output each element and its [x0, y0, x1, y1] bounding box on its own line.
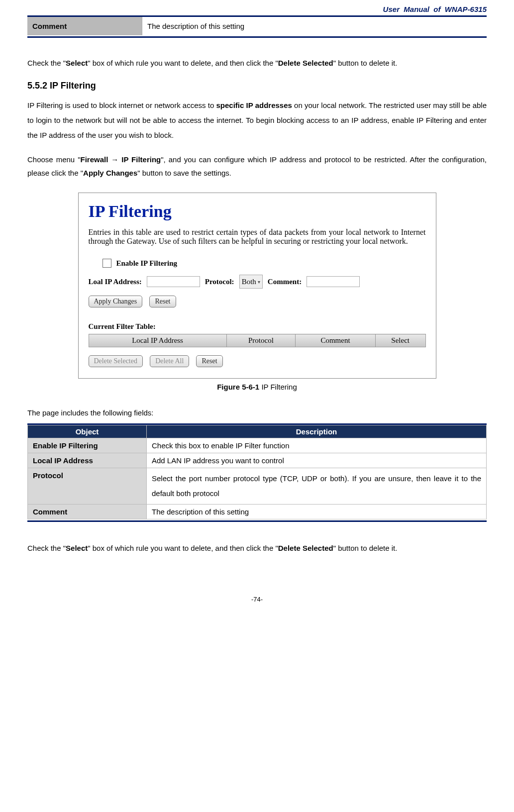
text: " button to save the settings. — [137, 169, 231, 177]
text: Check the " — [27, 544, 66, 552]
protocol-select[interactable]: Both ▾ — [239, 275, 263, 289]
text: Choose menu " — [27, 155, 80, 164]
table-row: Protocol Select the port number protocol… — [28, 468, 487, 505]
field-desc: Check this box to enable IP Filter funct… — [147, 438, 487, 453]
figure-title: IP Filtering — [259, 383, 297, 391]
delete-selected-button[interactable]: Delete Selected — [89, 355, 143, 367]
button-row-1: Apply Changes Reset — [89, 296, 426, 307]
filter-table: Local IP Address Protocol Comment Select — [89, 334, 426, 347]
menu-instruction-paragraph: Choose menu "Firewall → IP Filtering", a… — [27, 153, 487, 180]
apply-changes-bold: Apply Changes — [83, 169, 137, 177]
fields-bottom-rule — [27, 520, 487, 522]
apply-changes-button[interactable]: Apply Changes — [89, 296, 143, 307]
field-desc: Select the port number protocol type (TC… — [147, 468, 487, 505]
comment-label: Comment: — [268, 278, 302, 286]
reset-button-2[interactable]: Reset — [196, 355, 222, 367]
field-desc: Add LAN IP address you want to control — [147, 453, 487, 468]
comment-desc-cell: The description of this setting — [142, 17, 487, 35]
delete-selected-bold: Delete Selected — [278, 59, 333, 67]
col-local-ip: Local IP Address — [89, 334, 226, 347]
comment-input[interactable] — [307, 276, 360, 287]
fields-table: Object Description Enable IP Filtering C… — [27, 425, 487, 519]
arrow-icon: → — [111, 155, 118, 164]
enable-filtering-checkbox[interactable] — [103, 259, 111, 268]
comment-table: Comment The description of this setting — [27, 17, 487, 35]
delete-instruction-paragraph-2: Check the "Select" box of which rule you… — [27, 541, 487, 556]
protocol-select-value: Both — [242, 278, 256, 286]
comment-label-cell: Comment — [27, 17, 142, 35]
fields-intro: The page includes the following fields: — [27, 406, 487, 419]
col-select: Select — [375, 334, 425, 347]
table-row: Local IP Address Add LAN IP address you … — [28, 453, 487, 468]
figure-number: Figure 5-6-1 — [217, 383, 259, 391]
select-bold: Select — [66, 544, 88, 552]
reset-button[interactable]: Reset — [149, 296, 176, 307]
field-object: Local IP Address — [28, 453, 147, 468]
chevron-down-icon: ▾ — [258, 279, 260, 285]
select-bold: Select — [66, 59, 88, 67]
col-comment: Comment — [296, 334, 376, 347]
specific-ip-bold: specific IP addresses — [216, 101, 292, 109]
delete-instruction-paragraph-1: Check the "Select" box of which rule you… — [27, 56, 487, 71]
page-number: -74- — [27, 596, 487, 603]
text: " box of which rule you want to delete, … — [88, 544, 278, 552]
text: " button to delete it. — [333, 544, 398, 552]
enable-filtering-row: Enable IP Filtering — [103, 259, 426, 268]
local-ip-input[interactable] — [147, 276, 200, 287]
text: IP Filtering is used to block internet o… — [27, 101, 216, 109]
field-desc: The description of this setting — [147, 505, 487, 519]
figure-caption: Figure 5-6-1 IP Filtering — [27, 383, 487, 391]
enable-filtering-label: Enable IP Filtering — [116, 259, 178, 268]
comment-bottom-rule — [27, 36, 487, 38]
field-object: Enable IP Filtering — [28, 438, 147, 453]
screenshot-description: Entries in this table are used to restri… — [89, 228, 426, 246]
screenshot-title: IP Filtering — [89, 202, 426, 221]
ip-filter-inputs-row: Loal IP Address: Protocol: Both ▾ Commen… — [89, 275, 426, 289]
ip-filtering-screenshot: IP Filtering Entries in this table are u… — [78, 193, 436, 379]
page-header-title: User Manual of WNAP-6315 — [27, 5, 487, 13]
fields-head-description: Description — [147, 425, 487, 438]
field-object: Comment — [28, 505, 147, 519]
text: " box of which rule you want to delete, … — [88, 59, 278, 67]
section-heading: 5.5.2 IP Filtering — [27, 81, 487, 91]
local-ip-label: Loal IP Address: — [89, 278, 142, 286]
table-row: Comment The description of this setting — [28, 505, 487, 519]
table-row: Enable IP Filtering Check this box to en… — [28, 438, 487, 453]
protocol-label: Protocol: — [205, 278, 234, 286]
ip-filtering-bold: IP Filtering — [118, 155, 161, 164]
text: Check the " — [27, 59, 66, 67]
firewall-bold: Firewall — [80, 155, 111, 164]
field-object: Protocol — [28, 468, 147, 505]
button-row-2: Delete Selected Delete All Reset — [89, 355, 426, 367]
text: " button to delete it. — [333, 59, 398, 67]
page: User Manual of WNAP-6315 Comment The des… — [0, 0, 514, 618]
delete-selected-bold: Delete Selected — [278, 544, 333, 552]
ip-filtering-desc-paragraph: IP Filtering is used to block internet o… — [27, 98, 487, 143]
delete-all-button[interactable]: Delete All — [150, 355, 189, 367]
current-filter-table-heading: Current Filter Table: — [89, 322, 426, 331]
fields-head-object: Object — [28, 425, 147, 438]
col-protocol: Protocol — [226, 334, 295, 347]
